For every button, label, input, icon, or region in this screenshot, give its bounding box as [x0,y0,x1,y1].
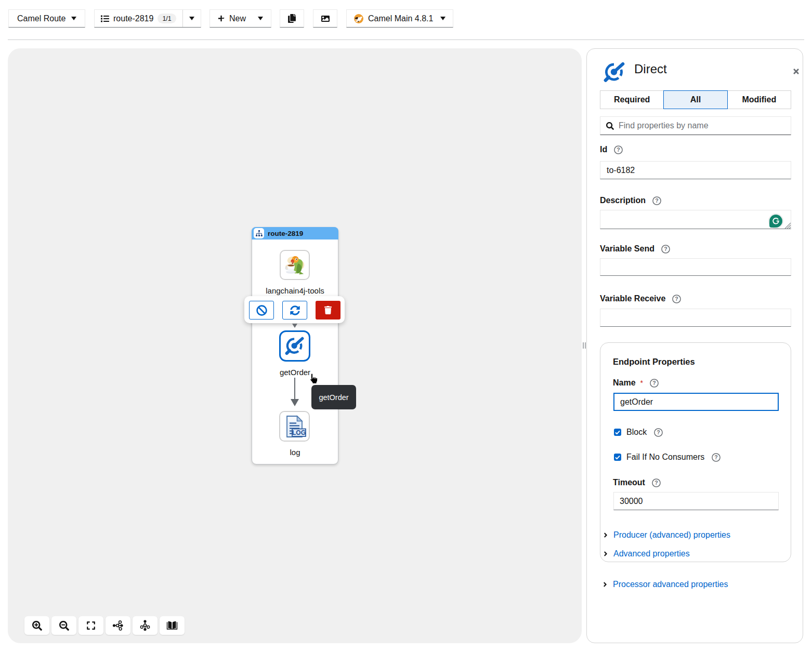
svg-text:?: ? [664,246,667,252]
svg-text:?: ? [652,380,656,386]
svg-text:?: ? [617,147,620,153]
svg-text:LOG: LOG [292,429,306,436]
svg-text:?: ? [715,454,718,460]
svg-text:?: ? [657,429,660,435]
svg-text:?: ? [675,296,678,302]
svg-text:?: ? [654,480,658,486]
svg-text:?: ? [655,197,658,204]
